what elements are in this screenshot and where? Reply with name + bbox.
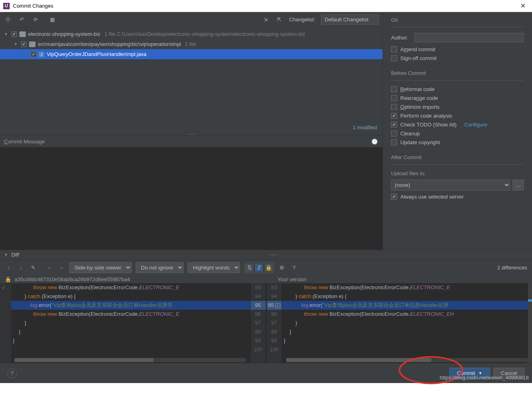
folder-icon (19, 31, 26, 37)
check-icon: ✓ (2, 285, 6, 290)
check-todo-checkbox[interactable]: Check TODO (Show All) Configure (391, 122, 524, 128)
checkbox[interactable] (21, 41, 27, 47)
copyright-checkbox[interactable]: Update copyright (391, 139, 524, 145)
changes-tree[interactable]: ▼ electronic-shopping-system-biz 1 file … (0, 27, 383, 123)
app-icon: IJ (3, 3, 10, 9)
git-section-header: Git (391, 17, 524, 23)
configure-link[interactable]: Configure (464, 122, 487, 128)
changes-toolbar: ➕ ↶ ⟳ ▦ ⇲ ⇱ Changelist: Default Changeli… (0, 12, 383, 27)
cleanup-checkbox[interactable]: Cleanup (391, 130, 524, 137)
collapse-all-icon[interactable]: ⇱ (275, 16, 284, 24)
edit-icon[interactable]: ✎ (29, 264, 37, 272)
upload-dropdown[interactable]: (none) (391, 180, 510, 191)
commit-hash: a35cd4dc487310e56ab6ca28b972d6ee55987ba4 (14, 276, 277, 282)
tree-root-label: electronic-shopping-system-biz (28, 31, 100, 37)
before-commit-header: Before Commit (391, 70, 524, 76)
ignore-dropdown[interactable]: Do not ignore (136, 262, 184, 273)
highlight-dropdown[interactable]: Highlight words (188, 262, 240, 273)
close-icon[interactable]: ✕ (517, 2, 529, 10)
expand-all-icon[interactable]: ⇲ (262, 16, 270, 24)
tree-root[interactable]: ▼ electronic-shopping-system-biz 1 file … (0, 29, 383, 39)
horizontal-scrollbar[interactable] (286, 358, 528, 362)
changelist-label: Changelist: (289, 17, 315, 23)
prev-diff-icon[interactable]: ↑ (5, 264, 13, 272)
perform-analysis-checkbox[interactable]: Perform code analysis (391, 113, 524, 119)
tree-pkg-meta: 1 file (185, 41, 196, 47)
window-title: Commit Changes (13, 3, 517, 9)
folder-icon (29, 41, 35, 47)
viewer-dropdown[interactable]: Side-by-side viewer (69, 262, 132, 273)
reformat-checkbox[interactable]: Reformat code (391, 86, 524, 92)
diff-toolbar: ↑ ↓ ✎ ← → Side-by-side viewer Do not ign… (0, 259, 532, 276)
commit-message-header: Commit Message 🕑 (0, 135, 383, 147)
upload-browse-button[interactable]: … (513, 180, 524, 191)
forward-icon[interactable]: → (57, 264, 65, 272)
refresh-icon[interactable]: ⟳ (31, 16, 39, 24)
sync-scroll-icon[interactable]: ⇵ (255, 264, 263, 272)
tree-file[interactable]: J VipQueryOrderJDandPlusHandlerImpl.java (0, 49, 383, 59)
chevron-down-icon[interactable]: ▼ (4, 253, 9, 257)
lock-icon[interactable]: 🔒 (265, 264, 273, 272)
optimize-checkbox[interactable]: Optimize imports (391, 104, 524, 110)
right-version-label: Your version (277, 276, 527, 282)
error-stripe[interactable] (528, 283, 532, 363)
history-icon[interactable]: 🕑 (371, 137, 379, 145)
diff-section-header[interactable]: ▼ Diff ┅┅┅ (0, 250, 532, 259)
commit-message-input[interactable] (0, 147, 383, 250)
tree-file-label: VipQueryOrderJDandPlusHandlerImpl.java (47, 51, 147, 57)
help-icon[interactable]: ? (290, 264, 298, 272)
chevron-down-icon[interactable]: ▼ (4, 32, 9, 36)
next-diff-icon[interactable]: ↓ (17, 264, 25, 272)
lock-icon: 🔒 (5, 276, 11, 282)
amend-commit-checkbox[interactable]: Amend commit (391, 46, 524, 52)
modifications-count: 1 modified (0, 123, 383, 132)
rearrange-checkbox[interactable]: Rearrange code (391, 95, 524, 101)
checkbox[interactable] (31, 52, 36, 57)
show-diff-icon[interactable]: ➕ (4, 16, 12, 24)
after-commit-header: After Commit (391, 154, 524, 160)
drag-handle[interactable]: ┅┅┅ (0, 132, 383, 135)
chevron-down-icon[interactable]: ▼ (14, 42, 19, 46)
settings-icon[interactable]: ⚙ (278, 264, 286, 272)
always-use-server-checkbox[interactable]: Always use selected server (391, 194, 524, 200)
help-button[interactable]: ? (7, 369, 17, 378)
upload-label: Upload files to: (391, 170, 524, 176)
signoff-checkbox[interactable]: Sign-off commit (391, 55, 524, 61)
differences-count: 2 differences (497, 265, 527, 271)
group-by-icon[interactable]: ▦ (48, 16, 56, 24)
author-input[interactable] (414, 33, 524, 42)
collapse-unchanged-icon[interactable]: ⇅ (245, 264, 253, 272)
watermark: https://blog.csdn.net/weixin_40990818 (440, 375, 529, 381)
titlebar: IJ Commit Changes ✕ (0, 0, 532, 12)
tree-pkg[interactable]: ▼ src\main\java\com\bestpay\wx\shopping\… (0, 39, 383, 49)
dialog-buttons: ? Commit▼ Cancel https://blog.csdn.net/w… (0, 363, 532, 383)
tree-root-meta: 1 file C:\Users\luo\Desktop\electronic-s… (104, 31, 305, 37)
back-icon[interactable]: ← (45, 264, 53, 272)
tree-pkg-label: src\main\java\com\bestpay\wx\shopping\bi… (38, 41, 181, 47)
undo-icon[interactable]: ↶ (18, 16, 26, 24)
author-label: Author: (391, 35, 411, 41)
diff-viewer[interactable]: ✓ throw new BizException(ElectronicError… (0, 283, 532, 363)
changelist-dropdown[interactable]: Default Changelist (321, 14, 379, 25)
horizontal-scrollbar[interactable] (14, 358, 246, 362)
checkbox[interactable] (11, 31, 17, 37)
java-file-icon: J (39, 52, 44, 57)
